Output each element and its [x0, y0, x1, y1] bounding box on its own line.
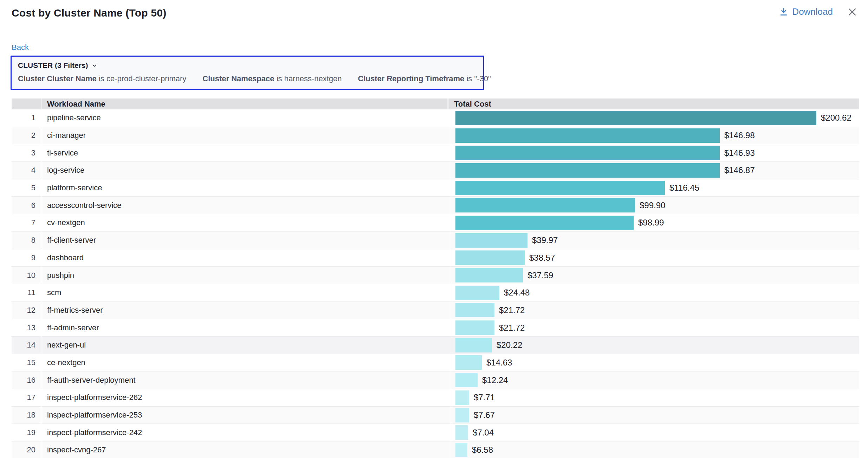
row-workload-name: inspect-cvng-267 — [42, 441, 450, 458]
filter-item-cluster-name: Cluster Cluster Name is ce-prod-cluster-… — [18, 74, 186, 83]
table-row[interactable]: 12ff-metrics-server$21.72 — [12, 302, 859, 319]
cost-bar — [455, 355, 482, 370]
download-button[interactable]: Download — [779, 6, 833, 17]
cost-value: $12.24 — [482, 375, 508, 385]
row-cost-cell: $37.59 — [450, 267, 859, 284]
cost-bar — [455, 268, 523, 282]
row-workload-name: inspect-platformservice-242 — [42, 424, 450, 441]
row-rank: 20 — [12, 441, 42, 458]
table-row[interactable]: 1pipeline-service$200.62 — [12, 109, 859, 127]
cost-bar — [455, 338, 492, 352]
table-row[interactable]: 4log-service$146.87 — [12, 162, 859, 179]
row-workload-name: ff-metrics-server — [42, 302, 450, 319]
row-rank: 13 — [12, 319, 42, 336]
cost-value: $6.58 — [472, 445, 493, 455]
back-link[interactable]: Back — [12, 43, 29, 52]
cost-bar — [455, 390, 469, 405]
row-cost-cell: $7.71 — [450, 389, 859, 406]
cost-bar — [455, 216, 634, 230]
row-cost-cell: $14.63 — [450, 354, 859, 371]
row-rank: 2 — [12, 127, 42, 144]
row-cost-cell: $21.72 — [450, 302, 859, 319]
row-workload-name: dashboard — [42, 249, 450, 267]
top-actions: Download — [779, 6, 857, 17]
row-cost-cell: $6.58 — [450, 441, 859, 458]
cost-value: $21.72 — [499, 305, 525, 315]
rank-column-header — [12, 98, 42, 109]
table-row[interactable]: 11scm$24.48 — [12, 284, 859, 302]
close-icon — [847, 7, 857, 17]
row-rank: 15 — [12, 354, 42, 371]
cost-value: $39.97 — [532, 235, 558, 245]
table-row[interactable]: 18inspect-platformservice-253$7.67 — [12, 407, 859, 424]
row-workload-name: ci-manager — [42, 127, 450, 144]
cost-bar — [455, 111, 816, 125]
table-row[interactable]: 5platform-service$116.45 — [12, 179, 859, 197]
cost-value: $37.59 — [527, 271, 553, 280]
table-row[interactable]: 15ce-nextgen$14.63 — [12, 354, 859, 372]
cost-bar — [455, 286, 499, 300]
row-rank: 10 — [12, 267, 42, 284]
workload-name-column-header: Workload Name — [42, 98, 449, 109]
row-rank: 7 — [12, 214, 42, 231]
filter-details: Cluster Cluster Name is ce-prod-cluster-… — [18, 74, 477, 83]
page-title: Cost by Cluster Name (Top 50) — [12, 7, 857, 19]
row-rank: 11 — [12, 284, 42, 301]
cost-bar — [455, 320, 494, 335]
row-workload-name: cv-nextgen — [42, 214, 450, 231]
cost-bar — [455, 128, 720, 143]
row-rank: 4 — [12, 162, 42, 179]
cost-value: $20.22 — [497, 340, 522, 350]
row-cost-cell: $98.99 — [450, 214, 859, 231]
cost-value: $7.04 — [473, 428, 494, 438]
cost-bar — [455, 146, 720, 160]
row-rank: 1 — [12, 109, 42, 127]
top-bar: Cost by Cluster Name (Top 50) Download — [0, 0, 868, 23]
table-row[interactable]: 13ff-admin-server$21.72 — [12, 319, 859, 337]
table-row[interactable]: 20inspect-cvng-267$6.58 — [12, 441, 859, 458]
cost-value: $200.62 — [821, 113, 851, 123]
row-rank: 3 — [12, 144, 42, 161]
table-row[interactable]: 16ff-auth-server-deployment$12.24 — [12, 371, 859, 389]
table-row[interactable]: 6accesscontrol-service$99.90 — [12, 197, 859, 214]
row-cost-cell: $20.22 — [450, 337, 859, 354]
row-rank: 18 — [12, 407, 42, 424]
filter-group-toggle[interactable]: CLUSTER (3 Filters) — [18, 61, 477, 70]
filter-group-label: CLUSTER (3 Filters) — [18, 61, 88, 70]
row-cost-cell: $12.24 — [450, 371, 859, 389]
download-icon — [779, 7, 788, 17]
filter-panel: CLUSTER (3 Filters) Cluster Cluster Name… — [11, 56, 484, 90]
row-workload-name: platform-service — [42, 179, 450, 197]
table-header: Workload Name Total Cost — [12, 98, 859, 109]
cost-value: $38.57 — [529, 253, 555, 263]
cost-bar — [455, 303, 494, 317]
cost-value: $24.48 — [504, 288, 530, 298]
cost-value: $146.93 — [724, 148, 755, 158]
row-cost-cell: $24.48 — [450, 284, 859, 301]
cost-bar — [455, 163, 720, 178]
cost-value: $21.72 — [499, 323, 525, 333]
chevron-down-icon — [91, 63, 97, 69]
row-rank: 14 — [12, 337, 42, 354]
table-row[interactable]: 9dashboard$38.57 — [12, 249, 859, 267]
table-row[interactable]: 2ci-manager$146.98 — [12, 127, 859, 145]
cost-bar — [455, 198, 635, 212]
table-row[interactable]: 7cv-nextgen$98.99 — [12, 214, 859, 232]
cost-bar — [455, 425, 468, 440]
cost-value: $146.87 — [724, 165, 755, 175]
table-row[interactable]: 10pushpin$37.59 — [12, 267, 859, 284]
table-row[interactable]: 14next-gen-ui$20.22 — [12, 337, 859, 354]
row-rank: 6 — [12, 197, 42, 214]
filter-item-namespace: Cluster Namespace is harness-nextgen — [202, 74, 342, 83]
table-row[interactable]: 3ti-service$146.93 — [12, 144, 859, 162]
table-row[interactable]: 8ff-client-server$39.97 — [12, 232, 859, 249]
table-row[interactable]: 17inspect-platformservice-262$7.71 — [12, 389, 859, 407]
row-workload-name: next-gen-ui — [42, 337, 450, 354]
row-rank: 8 — [12, 232, 42, 249]
cost-bar — [455, 408, 469, 422]
close-button[interactable] — [847, 7, 857, 17]
row-workload-name: scm — [42, 284, 450, 301]
row-rank: 9 — [12, 249, 42, 267]
row-rank: 17 — [12, 389, 42, 406]
table-row[interactable]: 19inspect-platformservice-242$7.04 — [12, 424, 859, 441]
